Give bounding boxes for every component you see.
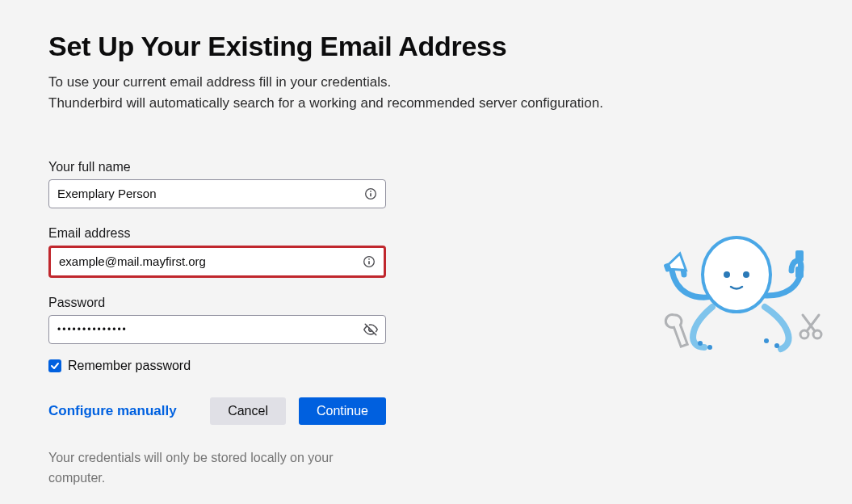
info-icon[interactable] (361, 254, 377, 270)
page-subtitle: To use your current email address fill i… (48, 72, 804, 115)
full-name-group: Your full name (48, 160, 386, 208)
password-input[interactable] (49, 316, 363, 343)
continue-button[interactable]: Continue (299, 397, 386, 425)
full-name-input[interactable] (49, 180, 363, 208)
svg-point-18 (698, 341, 703, 346)
svg-rect-13 (798, 260, 801, 268)
cancel-button[interactable]: Cancel (210, 397, 286, 425)
svg-point-20 (774, 343, 779, 348)
remember-password-checkbox[interactable] (48, 359, 61, 372)
footnote-text: Your credentials will only be stored loc… (48, 447, 388, 489)
configure-manually-button[interactable]: Configure manually (48, 403, 177, 419)
svg-point-5 (368, 258, 370, 260)
eye-off-icon[interactable] (363, 321, 379, 338)
email-field-wrap (48, 246, 386, 278)
remember-password-row[interactable]: Remember password (48, 359, 386, 373)
svg-point-7 (703, 237, 770, 312)
svg-point-9 (743, 271, 749, 278)
account-setup-form: Your full name Email address (48, 160, 386, 489)
password-group: Password (48, 296, 386, 344)
password-label: Password (48, 296, 386, 310)
email-input[interactable] (51, 248, 361, 275)
svg-rect-11 (795, 250, 804, 262)
svg-point-19 (707, 345, 712, 350)
subtitle-line-1: To use your current email address fill i… (48, 74, 391, 90)
svg-point-2 (370, 191, 371, 192)
password-field-wrap (48, 315, 386, 344)
svg-point-8 (724, 271, 730, 278)
subtitle-line-2: Thunderbird will automatically search fo… (48, 95, 603, 111)
mascot-illustration (644, 218, 829, 363)
svg-rect-12 (795, 267, 804, 278)
full-name-field-wrap (48, 179, 386, 208)
svg-point-21 (764, 338, 769, 343)
actions-row: Configure manually Cancel Continue (48, 397, 386, 425)
full-name-label: Your full name (48, 160, 386, 174)
page-title: Set Up Your Existing Email Address (48, 31, 804, 62)
info-icon[interactable] (363, 186, 379, 202)
remember-password-label: Remember password (68, 359, 191, 373)
email-group: Email address (48, 226, 386, 278)
email-label: Email address (48, 226, 386, 241)
